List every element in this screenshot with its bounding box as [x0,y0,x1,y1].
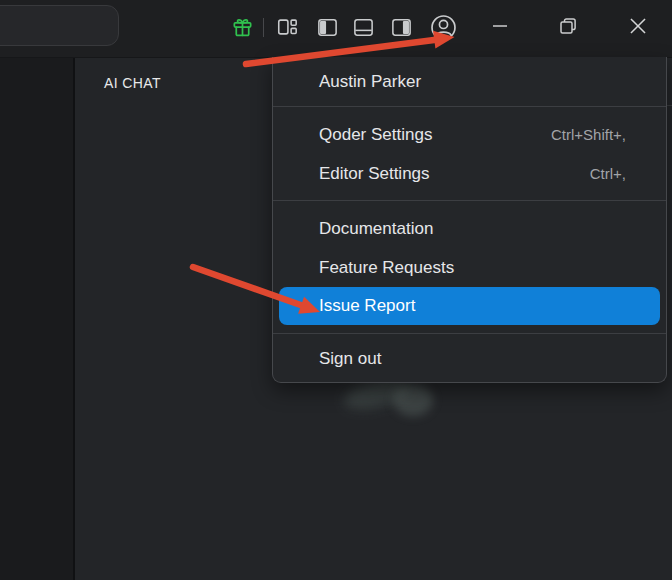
titlebar-tab[interactable] [0,5,119,46]
restore-button[interactable] [545,7,591,47]
menu-item-label: Editor Settings [319,164,430,184]
menu-item-label: Sign out [319,349,381,369]
menu-item-shortcut: Ctrl+Shift+, [551,126,626,143]
restore-icon [556,14,580,41]
toggle-primary-sidebar-icon [316,16,339,39]
menu-item-qoder-settings[interactable]: Qoder Settings Ctrl+Shift+, [273,115,666,154]
customize-layout-button[interactable] [273,13,301,41]
customize-layout-icon [276,16,298,38]
watermark-blob [393,384,433,416]
menu-item-editor-settings[interactable]: Editor Settings Ctrl+, [273,154,666,193]
menu-item-shortcut: Ctrl+, [590,165,626,182]
close-icon [625,13,651,42]
toggle-primary-sidebar-button[interactable] [313,13,341,41]
menu-item-label: Documentation [319,219,433,239]
account-button[interactable] [429,13,457,41]
gift-icon [231,16,254,39]
menu-item-label: Qoder Settings [319,125,432,145]
toggle-secondary-sidebar-button[interactable] [387,13,415,41]
menu-item-documentation[interactable]: Documentation [273,209,666,248]
panel-title: AI CHAT [104,75,161,91]
toggle-panel-button[interactable] [349,13,377,41]
menu-item-label: Issue Report [319,296,415,316]
menu-item-issue-report[interactable]: Issue Report [279,287,660,325]
menu-section-signout: Sign out [273,334,666,382]
toggle-secondary-sidebar-icon [390,16,413,39]
menu-item-username[interactable]: Austin Parker [273,57,666,106]
minimize-button[interactable] [477,7,523,47]
activity-bar [0,57,75,580]
titlebar [0,0,672,58]
app-window: AI CHAT [0,0,672,580]
titlebar-divider [263,18,264,37]
menu-item-sign-out[interactable]: Sign out [273,339,666,378]
username-label: Austin Parker [319,72,421,92]
toggle-panel-icon [352,16,375,39]
account-icon [430,14,457,41]
menu-item-feature-requests[interactable]: Feature Requests [273,248,666,287]
account-dropdown-menu: Austin Parker Qoder Settings Ctrl+Shift+… [272,57,667,383]
rewards-gift-button[interactable] [228,13,256,41]
minimize-icon [488,14,512,41]
menu-item-label: Feature Requests [319,258,454,278]
menu-section-settings: Qoder Settings Ctrl+Shift+, Editor Setti… [273,107,666,200]
close-button[interactable] [615,7,661,47]
menu-section-links: Documentation Feature Requests Issue Rep… [273,201,666,333]
